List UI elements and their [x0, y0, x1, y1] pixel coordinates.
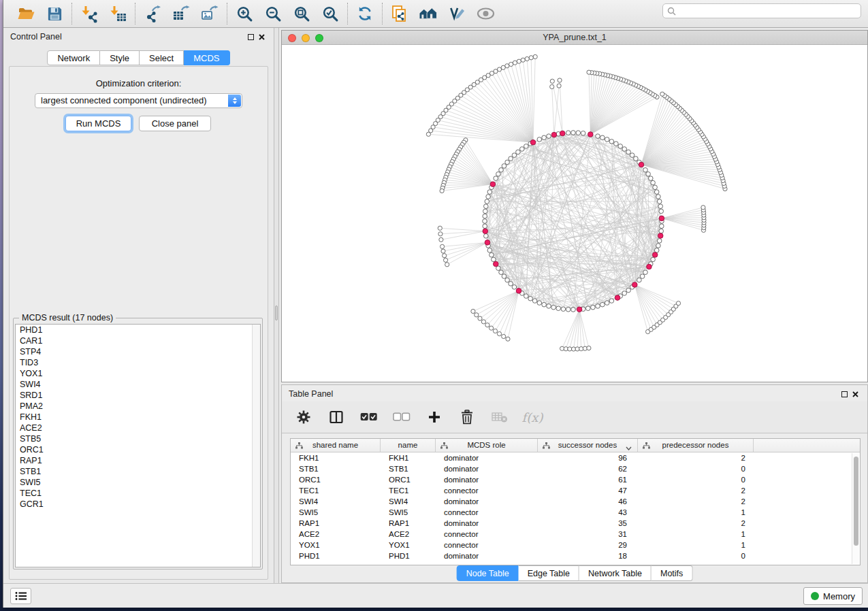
- mcds-result-item[interactable]: STP4: [16, 346, 260, 357]
- network-node[interactable]: [622, 291, 627, 296]
- mcds-result-item[interactable]: SRD1: [16, 390, 260, 401]
- mcds-hub-node[interactable]: [551, 132, 557, 137]
- network-node[interactable]: [646, 172, 651, 177]
- network-node[interactable]: [493, 329, 497, 333]
- mcds-hub-node[interactable]: [490, 182, 496, 187]
- network-node[interactable]: [475, 313, 479, 317]
- network-node[interactable]: [634, 156, 639, 161]
- zoom-out-button[interactable]: [262, 3, 284, 24]
- network-node[interactable]: [587, 346, 591, 350]
- network-node[interactable]: [550, 84, 554, 88]
- minimize-traffic-light[interactable]: [302, 34, 310, 42]
- network-node[interactable]: [626, 150, 631, 154]
- network-node[interactable]: [487, 190, 492, 195]
- mcds-hub-node[interactable]: [615, 295, 620, 301]
- network-node[interactable]: [586, 306, 591, 311]
- network-node[interactable]: [558, 78, 562, 82]
- network-node[interactable]: [502, 334, 506, 338]
- network-node[interactable]: [528, 297, 533, 301]
- network-node[interactable]: [471, 309, 475, 313]
- column-header-name[interactable]: name: [381, 439, 436, 452]
- network-node[interactable]: [600, 302, 605, 307]
- network-node[interactable]: [532, 299, 537, 303]
- network-node[interactable]: [440, 244, 445, 248]
- network-node[interactable]: [651, 257, 656, 262]
- network-node[interactable]: [483, 214, 487, 218]
- network-node[interactable]: [499, 270, 504, 275]
- table-row[interactable]: TEC1TEC1connector472: [291, 485, 860, 496]
- network-node[interactable]: [547, 304, 551, 309]
- mcds-hub-node[interactable]: [652, 252, 658, 258]
- network-node[interactable]: [483, 209, 488, 214]
- network-node[interactable]: [557, 84, 561, 88]
- mcds-list-scrollbar[interactable]: [252, 325, 260, 567]
- network-node[interactable]: [542, 135, 547, 140]
- network-node[interactable]: [501, 65, 505, 69]
- table-row[interactable]: FKH1FKH1dominator962: [291, 452, 860, 463]
- export-image-button[interactable]: [199, 3, 221, 24]
- network-node[interactable]: [581, 131, 585, 136]
- network-node[interactable]: [659, 209, 664, 214]
- mcds-hub-node[interactable]: [560, 131, 565, 136]
- mcds-hub-node[interactable]: [494, 261, 499, 267]
- network-node[interactable]: [676, 301, 680, 306]
- network-node[interactable]: [571, 131, 576, 135]
- mcds-hub-node[interactable]: [632, 282, 638, 288]
- network-node[interactable]: [660, 224, 664, 229]
- mcds-result-item[interactable]: RAP1: [16, 455, 260, 466]
- table-panel-close-button[interactable]: [850, 389, 861, 399]
- network-node[interactable]: [517, 59, 521, 63]
- network-node[interactable]: [506, 337, 510, 341]
- network-node[interactable]: [512, 285, 517, 290]
- network-node[interactable]: [484, 234, 489, 239]
- mcds-hub-node[interactable]: [577, 307, 582, 312]
- network-node[interactable]: [609, 299, 614, 303]
- network-node[interactable]: [440, 188, 444, 193]
- network-node[interactable]: [542, 302, 547, 307]
- table-row[interactable]: ACE2ACE2connector311: [291, 529, 860, 540]
- refresh-button[interactable]: [354, 3, 376, 24]
- save-session-button[interactable]: [44, 3, 65, 24]
- mcds-result-item[interactable]: TEC1: [16, 488, 260, 499]
- network-node[interactable]: [533, 54, 537, 59]
- network-node[interactable]: [502, 274, 507, 279]
- network-node[interactable]: [524, 144, 529, 149]
- select-all-button[interactable]: [359, 408, 379, 427]
- run-mcds-button[interactable]: Run MCDS: [65, 116, 131, 131]
- zoom-fit-button[interactable]: [291, 3, 312, 24]
- task-history-button[interactable]: [10, 588, 31, 604]
- criterion-dropdown[interactable]: largest connected component (undirected): [35, 93, 242, 108]
- network-canvas[interactable]: [282, 45, 867, 382]
- deselect-all-button[interactable]: [392, 408, 411, 427]
- settings-button[interactable]: [294, 408, 313, 427]
- network-node[interactable]: [513, 61, 517, 65]
- network-node[interactable]: [547, 134, 551, 139]
- network-node[interactable]: [489, 326, 494, 330]
- eye-button[interactable]: [475, 3, 496, 24]
- network-node[interactable]: [566, 131, 570, 135]
- network-node[interactable]: [561, 307, 566, 312]
- network-node[interactable]: [509, 282, 513, 286]
- open-file-button[interactable]: [15, 3, 37, 24]
- network-node[interactable]: [505, 160, 510, 165]
- network-node[interactable]: [512, 153, 517, 158]
- network-node[interactable]: [657, 199, 662, 204]
- mcds-result-item[interactable]: GCR1: [16, 499, 260, 510]
- network-node[interactable]: [657, 239, 662, 244]
- network-node[interactable]: [630, 153, 634, 158]
- network-node[interactable]: [496, 172, 501, 177]
- network-node[interactable]: [656, 195, 661, 199]
- network-node[interactable]: [505, 278, 510, 282]
- mcds-result-item[interactable]: STB5: [16, 433, 260, 444]
- network-node[interactable]: [651, 180, 656, 185]
- mcds-hub-node[interactable]: [516, 288, 521, 294]
- memory-button[interactable]: Memory: [803, 587, 863, 605]
- network-node[interactable]: [643, 270, 648, 275]
- mcds-hub-node[interactable]: [588, 132, 594, 137]
- column-header-successor-nodes[interactable]: successor nodes: [538, 439, 638, 452]
- mcds-hub-node[interactable]: [658, 233, 663, 239]
- network-node[interactable]: [596, 304, 600, 309]
- network-node[interactable]: [497, 332, 501, 336]
- network-node[interactable]: [443, 254, 447, 258]
- column-header-predecessor-nodes[interactable]: predecessor nodes: [638, 439, 754, 452]
